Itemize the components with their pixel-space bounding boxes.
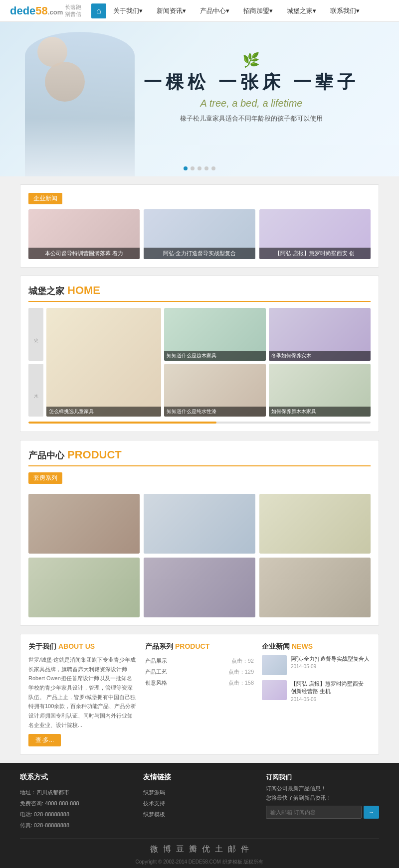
home-item-3-caption: 知知道什么是纯水性漆 xyxy=(164,407,266,417)
home-title-en: HOME xyxy=(67,284,100,297)
home-item-1[interactable]: 知知道什么是趋木家具 xyxy=(164,308,266,361)
footer-contact-title: 联系方式 xyxy=(20,773,133,782)
nav-home-icon[interactable]: ⌂ xyxy=(91,3,106,18)
footer-icp: 授权协议 蜀ICP备12345678号 xyxy=(20,867,379,868)
enterprise-news-info-1: 阿弘-全力打造督导实战型复合人 2014-05-09 xyxy=(291,655,371,675)
product-item-2[interactable] xyxy=(144,494,255,554)
news-section: 企业新闻 本公司督导特训营圆满落幕 着力 阿弘-全力打造督导实战型复合 【阿弘.… xyxy=(20,184,379,268)
product-series-column: 产品系列 PRODUCT 产品展示 点击：92 产品工艺 点击：129 创意风格… xyxy=(145,642,254,746)
product-item-5[interactable] xyxy=(144,558,255,617)
banner-dot-1[interactable] xyxy=(184,166,188,170)
news-item-1[interactable]: 本公司督导特训营圆满落幕 着力 xyxy=(28,209,140,259)
prod-list-item-3[interactable]: 创意风格 点击：158 xyxy=(145,677,254,688)
ban-icon[interactable]: 瓣 xyxy=(189,844,197,855)
nav-about[interactable]: 关于我们▾ xyxy=(106,2,150,19)
banner-dot-3[interactable] xyxy=(198,166,201,170)
blog-icon[interactable]: 博 xyxy=(163,844,171,855)
footer-phone-free: 免费咨询: 4008-888-888 xyxy=(20,798,133,809)
product-section: 产品中心 PRODUCT 套房系列 xyxy=(20,440,379,626)
douban-icon[interactable]: 豆 xyxy=(176,844,184,855)
bottom-info: 关于我们 ABOUT US 世罗/城堡·这就是消闻集团旗下专业青少年成长家具品牌… xyxy=(20,634,379,755)
banner-title-en: A tree, a bed, a lifetime xyxy=(144,98,359,109)
news-tag: 企业新闻 xyxy=(28,193,62,204)
subscribe-input[interactable] xyxy=(266,806,362,819)
prod-list-item-2[interactable]: 产品工艺 点击：129 xyxy=(145,666,254,677)
banner-dot-2[interactable] xyxy=(191,166,195,170)
product-item-6[interactable] xyxy=(259,558,371,617)
product-item-3[interactable] xyxy=(259,494,371,554)
home-item-4-caption: 如何保养原木木家具 xyxy=(269,407,371,417)
home-item-1-caption: 知知道什么是趋木家具 xyxy=(164,351,266,361)
footer-links-title: 友情链接 xyxy=(143,773,256,782)
home-left-col: 史 木 xyxy=(28,308,43,417)
nav-products[interactable]: 产品中心▾ xyxy=(193,2,236,19)
news-caption-2: 阿弘-全力打造督导实战型复合 xyxy=(144,248,255,259)
footer-links: 友情链接 织梦源码 技术支持 织梦模板 xyxy=(143,773,256,831)
home-progress-bar xyxy=(28,422,216,424)
home-item-4[interactable]: 如何保养原木木家具 xyxy=(269,364,371,417)
about-text: 世罗/城堡·这就是消闻集团旗下专业青少年成长家具品牌，旗聘首席大利籍资深设计师 … xyxy=(28,655,137,730)
footer-bottom: 微 博 豆 瓣 优 土 邮 件 Copyright © 2002-2014 DE… xyxy=(20,839,379,868)
main-content: 企业新闻 本公司督导特训营圆满落幕 着力 阿弘-全力打造督导实战型复合 【阿弘.… xyxy=(0,176,399,763)
youku-icon[interactable]: 优 xyxy=(202,844,210,855)
home-item-2[interactable]: 冬季如何保养实木 xyxy=(269,308,371,361)
subscribe-input-row: → xyxy=(266,806,379,819)
home-main-image[interactable]: 怎么样挑选儿童家具 xyxy=(46,308,161,417)
news-caption-3: 【阿弘.店报】慧罗时尚墅西安 创 xyxy=(259,248,371,259)
news-item-3[interactable]: 【阿弘.店报】慧罗时尚墅西安 创 xyxy=(259,209,371,259)
footer-link-3[interactable]: 织梦模板 xyxy=(143,809,256,820)
home-section-title: 城堡之家 HOME xyxy=(28,284,371,302)
subscribe-button[interactable]: → xyxy=(364,806,379,819)
nav-castle[interactable]: 城堡之家▾ xyxy=(280,2,323,19)
home-item-2-caption: 冬季如何保养实木 xyxy=(269,351,371,361)
product-item-4[interactable] xyxy=(28,558,140,617)
news-item-2[interactable]: 阿弘-全力打造督导实战型复合 xyxy=(144,209,255,259)
prod-list-item-1[interactable]: 产品展示 点击：92 xyxy=(145,655,254,666)
product-item-1[interactable] xyxy=(28,494,140,554)
about-title: 关于我们 ABOUT US xyxy=(28,642,137,651)
enterprise-news-item-1[interactable]: 阿弘-全力打造督导实战型复合人 2014-05-09 xyxy=(262,655,371,675)
home-side-item-2: 木 xyxy=(28,364,43,417)
nav-contact[interactable]: 联系我们▾ xyxy=(323,2,367,19)
nav-news[interactable]: 新闻资讯▾ xyxy=(150,2,193,19)
mail2-icon[interactable]: 件 xyxy=(241,844,249,855)
home-main-caption: 怎么样挑选儿童家具 xyxy=(46,407,161,417)
footer-inner: 联系方式 地址：四川成都都市 免费咨询: 4008-888-888 电话: 02… xyxy=(20,773,379,839)
banner-dot-4[interactable] xyxy=(204,166,208,170)
home-grid: 知知道什么是趋木家具 冬季如何保养实木 知知道什么是纯水性漆 如何保养原木木家具 xyxy=(164,308,371,417)
footer-subscribe-text1: 订阅公司最新产品信息！ xyxy=(266,785,379,792)
logo-tagline: 长落跑 别普信 xyxy=(65,4,81,17)
footer-subscribe-text2: 您将最快了解到新品资讯！ xyxy=(266,794,379,802)
about-us-column: 关于我们 ABOUT US 世罗/城堡·这就是消闻集团旗下专业青少年成长家具品牌… xyxy=(28,642,137,746)
home-item-3[interactable]: 知知道什么是纯水性漆 xyxy=(164,364,266,417)
logo-dede: dede58.com xyxy=(10,4,63,17)
banner-title-cn: 一棵松 一张床 一辈子 xyxy=(144,70,359,95)
footer: 联系方式 地址：四川成都都市 免费咨询: 4008-888-888 电话: 02… xyxy=(0,763,399,868)
nav-join[interactable]: 招商加盟▾ xyxy=(236,2,280,19)
product-title-cn: 产品中心 xyxy=(28,449,64,461)
enterprise-news-item-2[interactable]: 【阿弘.店报】慧罗时尚墅西安 创新经营路 生机 2014-05-06 xyxy=(262,680,371,702)
banner-image-area xyxy=(0,27,160,176)
enterprise-news-thumb-2 xyxy=(262,680,287,700)
logo: dede58.com 长落跑 别普信 xyxy=(10,4,81,17)
product-title-en: PRODUCT xyxy=(67,448,122,461)
product-series-title: 产品系列 PRODUCT xyxy=(145,642,254,651)
footer-address: 地址：四川成都都市 xyxy=(20,787,133,798)
footer-contact: 联系方式 地址：四川成都都市 免费咨询: 4008-888-888 电话: 02… xyxy=(20,773,133,831)
mail-icon[interactable]: 邮 xyxy=(228,844,236,855)
product-section-title: 产品中心 PRODUCT xyxy=(28,448,371,466)
weibo-icon[interactable]: 微 xyxy=(150,844,158,855)
news-caption-1: 本公司督导特训营圆满落幕 着力 xyxy=(28,248,140,259)
banner: 🌿 一棵松 一张床 一辈子 A tree, a bed, a lifetime … xyxy=(0,22,399,176)
enterprise-news-title: 企业新闻 NEWS xyxy=(262,642,371,651)
banner-dots[interactable] xyxy=(184,166,215,170)
banner-leaf-icon: 🌿 xyxy=(144,52,359,68)
product-grid xyxy=(28,494,371,617)
tudou-icon[interactable]: 土 xyxy=(215,844,223,855)
footer-link-1[interactable]: 织梦源码 xyxy=(143,787,256,798)
banner-content: 🌿 一棵松 一张床 一辈子 A tree, a bed, a lifetime … xyxy=(144,52,359,123)
banner-dot-5[interactable] xyxy=(211,166,215,170)
banner-desc: 橡子松儿童家具适合不同年龄段的孩子都可以使用 xyxy=(144,114,359,123)
read-more-button[interactable]: 查·多... xyxy=(28,734,61,746)
footer-link-2[interactable]: 技术支持 xyxy=(143,798,256,809)
